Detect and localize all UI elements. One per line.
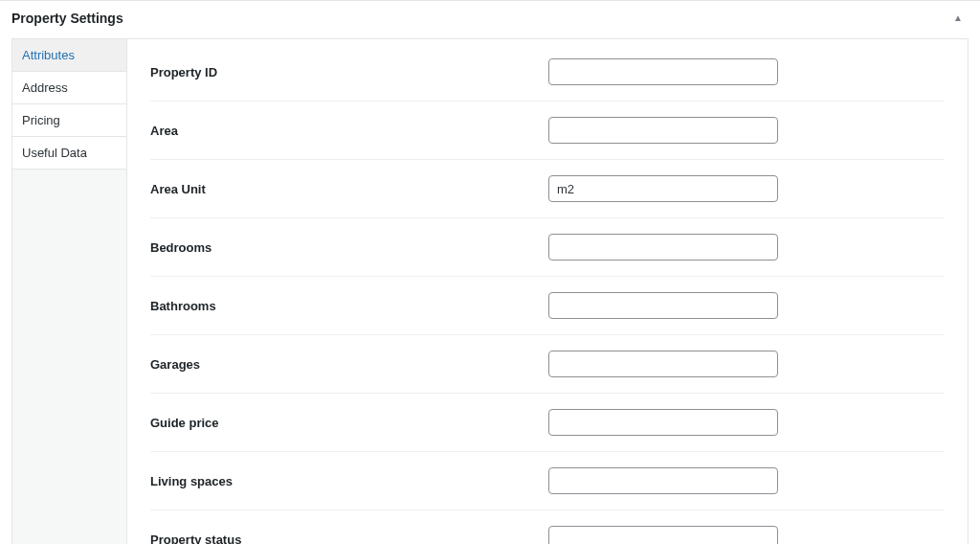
settings-tabs: Attributes Address Pricing Useful Data	[12, 39, 127, 544]
field-label: Living spaces	[150, 474, 548, 488]
field-label: Bedrooms	[150, 240, 548, 255]
field-row-living-spaces: Living spaces	[150, 452, 945, 510]
guide-price-input[interactable]	[548, 409, 778, 436]
field-label: Garages	[150, 357, 548, 372]
field-input-wrap	[548, 292, 778, 319]
tab-label: Address	[22, 80, 68, 95]
tab-useful-data[interactable]: Useful Data	[12, 137, 126, 170]
panel-heading: Property Settings ▲	[0, 1, 980, 38]
field-row-property-id: Property ID	[150, 51, 945, 102]
panel-title: Property Settings	[11, 11, 123, 26]
field-input-wrap	[548, 526, 778, 544]
area-unit-input[interactable]	[548, 175, 778, 202]
field-row-bathrooms: Bathrooms	[150, 277, 945, 335]
field-row-area: Area	[150, 102, 945, 160]
panel-collapse-toggle[interactable]: ▲	[947, 9, 969, 27]
bathrooms-input[interactable]	[548, 292, 778, 319]
field-input-wrap	[548, 351, 778, 377]
field-row-garages: Garages	[150, 335, 945, 394]
bedrooms-input[interactable]	[548, 234, 778, 261]
field-label: Guide price	[150, 416, 548, 430]
field-input-wrap	[548, 58, 778, 85]
field-label: Area Unit	[150, 182, 548, 196]
tab-content-attributes: Property ID Area Area Unit Bedrooms	[127, 39, 968, 544]
tab-pricing[interactable]: Pricing	[12, 104, 126, 137]
field-input-wrap	[548, 175, 778, 202]
garages-input[interactable]	[548, 351, 778, 377]
metabox-body: Attributes Address Pricing Useful Data P…	[11, 38, 969, 544]
property-id-input[interactable]	[548, 58, 778, 85]
chevron-up-icon: ▲	[953, 12, 963, 23]
tab-label: Attributes	[22, 48, 75, 62]
field-input-wrap	[548, 117, 778, 144]
field-input-wrap	[548, 409, 778, 436]
property-settings-panel: Property Settings ▲ Attributes Address P…	[0, 0, 980, 544]
field-row-property-status: Property status	[150, 510, 945, 544]
field-label: Property status	[150, 533, 548, 545]
field-row-area-unit: Area Unit	[150, 160, 945, 218]
tab-address[interactable]: Address	[12, 72, 126, 104]
field-input-wrap	[548, 234, 778, 261]
field-row-bedrooms: Bedrooms	[150, 218, 945, 277]
area-input[interactable]	[548, 117, 778, 144]
field-label: Bathrooms	[150, 299, 548, 313]
tab-attributes[interactable]: Attributes	[12, 39, 126, 72]
tab-label: Useful Data	[22, 146, 87, 160]
property-status-input[interactable]	[548, 526, 778, 544]
field-label: Property ID	[150, 65, 548, 79]
field-label: Area	[150, 124, 548, 138]
field-row-guide-price: Guide price	[150, 394, 945, 452]
tab-label: Pricing	[22, 113, 60, 127]
field-input-wrap	[548, 467, 778, 494]
living-spaces-input[interactable]	[548, 467, 778, 494]
